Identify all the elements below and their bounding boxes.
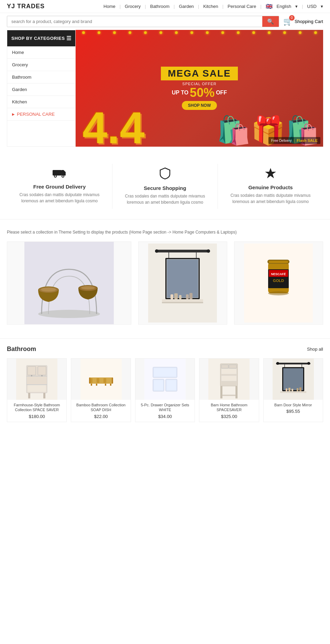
product-card-5[interactable]: Barn Door Style Mirror $95.55: [263, 358, 323, 422]
product-price-1: $180.00: [10, 414, 64, 419]
hamburger-icon[interactable]: ☰: [66, 35, 72, 42]
sidebar-item-personal-care[interactable]: ▶ PERSONAL CARE: [7, 108, 75, 121]
search-row: 🔍 🛒 0 Shopping Cart: [0, 13, 330, 30]
feature-title: Free Ground Delivery: [14, 184, 105, 190]
feature-desc: Cras sodales dan mattis dulputate mivamu…: [119, 193, 211, 205]
nav-kitchen[interactable]: Kitchen: [203, 4, 218, 9]
top-navigation: YJ TRADES Home | Grocery | Bathroom | Ga…: [0, 0, 330, 13]
search-input[interactable]: [7, 16, 262, 27]
feature-desc: Cras sodales dan mattis dulputate mivamu…: [225, 192, 316, 205]
svg-rect-82: [222, 395, 235, 396]
svg-rect-0: [53, 170, 62, 176]
svg-point-14: [81, 286, 95, 290]
svg-rect-45: [28, 393, 30, 398]
nav-links: Home | Grocery | Bathroom | Garden | Kit…: [103, 3, 323, 10]
svg-rect-51: [28, 385, 46, 392]
sidebar-item-home[interactable]: Home: [7, 46, 75, 59]
svg-rect-94: [292, 389, 293, 391]
product-card-3[interactable]: 5-Pc. Drawer Organizer Sets WHITE $34.00: [135, 358, 195, 422]
svg-rect-57: [100, 378, 103, 383]
nav-home[interactable]: Home: [103, 4, 116, 9]
sidebar-item-kitchen[interactable]: Kitchen: [7, 96, 75, 108]
product-card-1[interactable]: Farmhouse-Style Bathroom Collection SPAC…: [7, 358, 67, 422]
sidebar-item-label: Garden: [12, 87, 27, 92]
featured-product-1[interactable]: [7, 241, 131, 325]
light-bulb: [221, 31, 224, 34]
bathroom-section: Bathroom Shop all: [0, 346, 330, 432]
svg-rect-61: [112, 377, 113, 384]
sidebar: SHOP BY CATEGORIES ☰ Home Grocery Bathro…: [7, 30, 76, 147]
product-info-1: Farmhouse-Style Bathroom Collection SPAC…: [7, 400, 66, 422]
light-bulb: [190, 31, 193, 34]
product-image-3: [135, 359, 195, 400]
product-card-4[interactable]: Barn Home Bathroom SPACESAVER $325.00: [199, 358, 259, 422]
svg-rect-96: [299, 387, 301, 391]
shop-now-button[interactable]: SHOP NOW: [182, 101, 217, 110]
currency-button[interactable]: USD: [307, 4, 317, 9]
svg-rect-81: [235, 386, 238, 398]
search-button[interactable]: 🔍: [262, 16, 279, 27]
light-bulb: [268, 31, 271, 34]
star-icon: [225, 167, 316, 182]
svg-rect-91: [280, 391, 306, 393]
svg-point-8: [38, 310, 100, 318]
svg-rect-69: [153, 379, 164, 391]
light-bulb: [252, 31, 255, 34]
nav-personal-care[interactable]: Personal Care: [228, 4, 256, 9]
svg-rect-63: [110, 384, 111, 386]
product-image-4: [199, 359, 258, 400]
sidebar-item-bathroom[interactable]: Bathroom: [7, 71, 75, 83]
site-logo[interactable]: YJ TRADES: [7, 3, 45, 10]
up-to-label: UP TO: [172, 90, 188, 96]
svg-rect-22: [167, 259, 198, 298]
product-card-2[interactable]: Bamboo Bathroom Collection SOAP DISH $22…: [71, 358, 131, 422]
sidebar-item-label: Home: [12, 50, 24, 55]
svg-rect-93: [288, 388, 290, 391]
svg-rect-38: [269, 261, 288, 263]
sidebar-item-garden[interactable]: Garden: [7, 83, 75, 96]
svg-rect-59: [107, 378, 110, 383]
banner-center-content: MEGA SALE SPECIAL OFFER UP TO 50% OFF SH…: [161, 67, 238, 110]
hero-banner: 4.4 MEGA SALE SPECIAL OFFER UP TO 50% OF…: [76, 30, 323, 147]
product-name-1: Farmhouse-Style Bathroom Collection SPAC…: [10, 403, 64, 413]
featured-product-3[interactable]: NESCAFÉ GOLD: [234, 241, 323, 325]
off-label: OFF: [216, 90, 227, 96]
language-button[interactable]: English: [277, 4, 292, 9]
svg-rect-77: [221, 376, 236, 381]
nav-garden[interactable]: Garden: [179, 4, 194, 9]
svg-point-18: [207, 249, 210, 253]
feature-delivery: Free Ground Delivery Cras sodales dan ma…: [7, 164, 112, 209]
product-price-3: $34.00: [138, 414, 192, 419]
svg-point-5: [62, 176, 64, 177]
svg-rect-58: [103, 378, 106, 383]
arrow-right-icon: ▶: [12, 112, 15, 116]
feature-genuine: Genuine Products Cras sodales dan mattis…: [218, 164, 323, 209]
svg-rect-43: [26, 376, 47, 376]
section-title: Bathroom: [7, 346, 36, 353]
hero-banner-inner: 4.4 MEGA SALE SPECIAL OFFER UP TO 50% OF…: [76, 30, 323, 147]
product-image-1: [7, 359, 66, 400]
svg-rect-80: [220, 386, 222, 398]
svg-rect-62: [91, 384, 92, 386]
search-wrapper: 🔍: [7, 16, 279, 27]
banner-big-number: 4.4: [82, 105, 145, 147]
svg-rect-27: [174, 293, 178, 299]
svg-rect-30: [189, 293, 192, 299]
light-bulb: [283, 31, 286, 34]
featured-product-2[interactable]: [138, 241, 227, 325]
product-info-3: 5-Pc. Drawer Organizer Sets WHITE $34.00: [135, 400, 195, 422]
nav-grocery[interactable]: Grocery: [125, 4, 141, 9]
cart-button[interactable]: 🛒 0 Shopping Cart: [283, 17, 323, 26]
product-image-5: [264, 359, 323, 400]
nav-bathroom[interactable]: Bathroom: [150, 4, 169, 9]
svg-rect-64: [96, 384, 97, 386]
svg-rect-25: [162, 302, 203, 303]
shop-all-link[interactable]: Shop all: [307, 347, 323, 352]
sidebar-item-grocery[interactable]: Grocery: [7, 59, 75, 71]
free-delivery-badge: Free Delivery | Flash SALE: [268, 137, 320, 144]
light-bulb: [175, 31, 178, 34]
svg-rect-55: [93, 378, 96, 383]
product-price-2: $22.00: [74, 414, 128, 419]
feature-secure: Secure Shopping Cras sodales dan mattis …: [112, 164, 218, 209]
svg-rect-67: [153, 367, 177, 377]
